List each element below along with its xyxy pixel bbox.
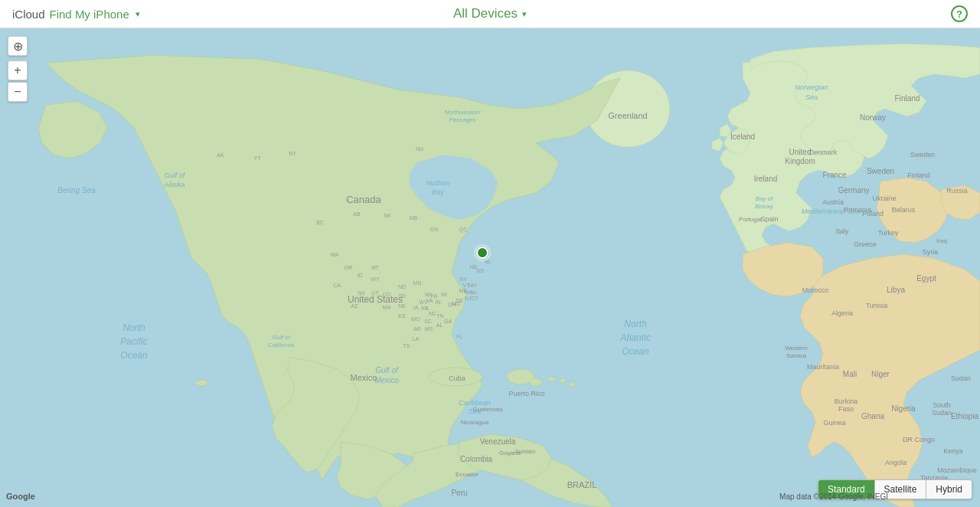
id-label: ID bbox=[358, 273, 363, 278]
kenya-label: Kenya bbox=[943, 447, 963, 455]
ethiopia-label: Ethiopia bbox=[951, 412, 979, 420]
wa-label: WA bbox=[330, 252, 338, 257]
w-sahara-label: Western bbox=[785, 345, 808, 352]
zoom-out-button[interactable]: − bbox=[8, 82, 28, 102]
nu-label: NU bbox=[416, 146, 423, 152]
sudan-label: Sudan bbox=[951, 375, 971, 382]
peru-label: Peru bbox=[451, 489, 467, 497]
bc-label: BC bbox=[316, 220, 324, 225]
all-devices-dropdown-icon[interactable]: ▾ bbox=[522, 9, 527, 19]
pa-label: PA bbox=[431, 293, 438, 299]
svg-point-6 bbox=[530, 378, 542, 386]
pacific-label3: Ocean bbox=[120, 350, 148, 361]
svg-point-7 bbox=[547, 377, 555, 381]
va-label: VA bbox=[426, 298, 433, 303]
sd-label: SD bbox=[398, 293, 406, 299]
mozambique2-label: Mozambique bbox=[937, 466, 977, 474]
fl-label: FL bbox=[456, 334, 462, 339]
nw-passages-label2: Passages bbox=[449, 116, 475, 123]
puertorico-label: Puerto Rico bbox=[508, 390, 544, 397]
hudson-label2: Bay bbox=[432, 188, 444, 196]
ukraine-label: Ukraine bbox=[872, 195, 896, 202]
pin-inner-dot bbox=[476, 247, 488, 259]
sweden-label: Sweden bbox=[867, 167, 894, 175]
zoom-in-button[interactable]: + bbox=[8, 61, 28, 80]
ca-label: CA bbox=[333, 283, 341, 288]
co-label: CO bbox=[383, 292, 391, 297]
az-label: AZ bbox=[351, 303, 359, 309]
norwegian-label2: Sea bbox=[805, 93, 818, 101]
burkina-label2: Faso bbox=[838, 405, 854, 413]
nb-label: NB bbox=[469, 264, 477, 270]
norwegian-label: Norwegian bbox=[795, 83, 828, 91]
device-pin[interactable] bbox=[474, 244, 491, 261]
pin-outer-ring bbox=[474, 244, 491, 261]
qc-label: QC bbox=[459, 227, 468, 233]
italy-label: Italy bbox=[836, 227, 849, 235]
gulf-cal-label2: California bbox=[268, 342, 294, 348]
hybrid-button[interactable]: Hybrid bbox=[926, 480, 972, 499]
sc-label: SC bbox=[424, 319, 432, 324]
nt-label: NT bbox=[289, 151, 296, 156]
mauritania-label: Mauritania bbox=[807, 363, 839, 371]
map-controls: ⊕ + − bbox=[8, 36, 28, 102]
al-label: AL bbox=[436, 322, 443, 328]
south-sudan-label2: Sudan bbox=[932, 409, 952, 417]
ms-label: MS bbox=[425, 326, 433, 332]
mali-label: Mali bbox=[843, 370, 857, 378]
atlantic-label2: Atlantic bbox=[619, 332, 650, 343]
south-sudan-label: South bbox=[933, 401, 951, 409]
app-name-dropdown-icon[interactable]: ▾ bbox=[136, 9, 140, 19]
iceland-label: Iceland bbox=[730, 132, 755, 141]
tunisia-label: Tunisia bbox=[866, 302, 888, 309]
gulf-alaska-label2: Alaska bbox=[163, 181, 185, 188]
germany-label: Germany bbox=[838, 186, 869, 195]
russia-label: Russia bbox=[946, 187, 968, 195]
algeria-label: Algeria bbox=[831, 309, 853, 317]
venezuela-label: Venezuela bbox=[480, 437, 516, 446]
nj-label: NJ bbox=[465, 296, 472, 301]
on-label: ON bbox=[430, 227, 439, 232]
wy-label: WY bbox=[371, 276, 380, 282]
atlantic-label: North bbox=[624, 319, 647, 329]
tn-label: TN bbox=[436, 313, 443, 319]
nm-label: NM bbox=[383, 305, 391, 310]
or-label: OR bbox=[345, 265, 353, 270]
portugal-label: Portugal bbox=[739, 216, 762, 223]
cuba-label: Cuba bbox=[449, 375, 466, 382]
ct-label: CT bbox=[471, 296, 479, 301]
header-bar: iCloud Find My iPhone ▾ All Devices ▾ ? bbox=[0, 0, 980, 28]
hudson-label: Hudson bbox=[426, 179, 449, 187]
niger-label: Niger bbox=[871, 370, 890, 378]
gulf-mexico-label: Gulf of bbox=[375, 366, 399, 375]
turkey-label: Turkey bbox=[877, 229, 899, 237]
all-devices-label[interactable]: All Devices bbox=[453, 6, 518, 21]
map-container[interactable]: North Atlantic Ocean North Pacific Ocean… bbox=[0, 28, 980, 507]
drcongo-label: DR Congo bbox=[903, 436, 935, 443]
sweden-label2: Sweden bbox=[910, 151, 936, 159]
header-center: All Devices ▾ bbox=[453, 6, 527, 21]
colombia-label: Colombia bbox=[460, 455, 493, 463]
finland-label: Finland bbox=[895, 94, 920, 103]
guatemala-label: Guatemala bbox=[472, 406, 503, 413]
nigeria-label: Nigeria bbox=[891, 404, 916, 413]
in-label: IN bbox=[436, 299, 441, 305]
svg-point-8 bbox=[560, 378, 566, 383]
compass-button[interactable]: ⊕ bbox=[8, 36, 28, 56]
nc-label: NC bbox=[429, 311, 436, 316]
nw-passages-label: Northwestern bbox=[444, 109, 481, 116]
app-name-label[interactable]: Find My iPhone bbox=[50, 8, 129, 21]
yt-label: YT bbox=[254, 155, 262, 161]
mi-label: MI bbox=[441, 292, 447, 297]
me-label: ME bbox=[459, 288, 468, 293]
ar-label: AR bbox=[413, 326, 421, 332]
header-left: iCloud Find My iPhone ▾ bbox=[12, 8, 140, 21]
ne-label: NE bbox=[398, 303, 406, 309]
ghana-label: Ghana bbox=[861, 412, 884, 420]
help-button[interactable]: ? bbox=[951, 5, 968, 22]
nd-label: ND bbox=[398, 284, 406, 289]
suriname-label: Surinam bbox=[515, 449, 535, 454]
w-sahara-label2: Sahara bbox=[786, 352, 806, 359]
ak-label: AK bbox=[217, 152, 224, 158]
greece-label: Greece bbox=[854, 240, 877, 248]
